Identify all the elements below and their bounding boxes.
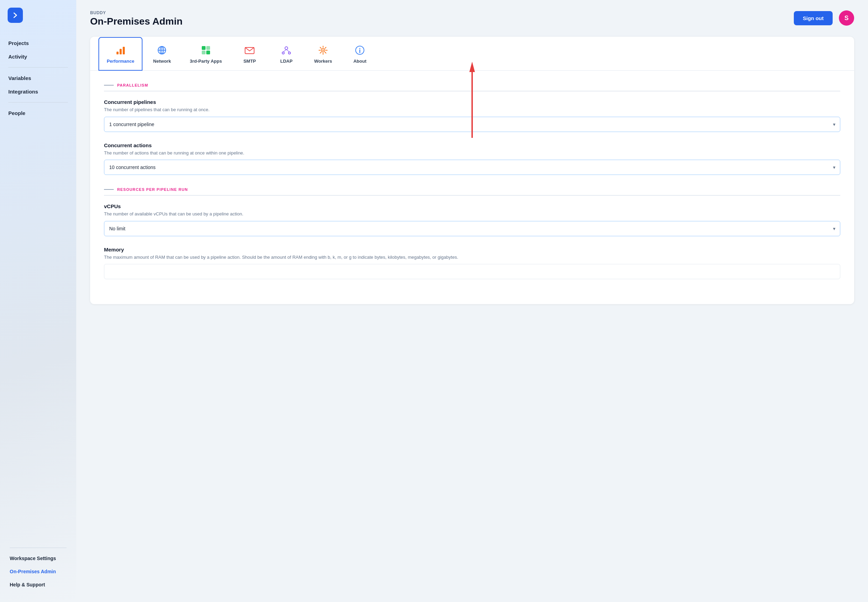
memory-field: Memory The maximum amount of RAM that ca… <box>104 247 840 280</box>
tab-ldap[interactable]: LDAP <box>269 37 304 71</box>
sidebar-item-help-support[interactable]: Help & Support <box>5 579 71 591</box>
sidebar-item-on-premises-admin[interactable]: On-Premises Admin <box>5 565 71 578</box>
tab-network-label: Network <box>153 58 171 64</box>
tab-smtp[interactable]: SMTP <box>232 37 267 71</box>
concurrent-actions-select-wrapper: 1 concurrent action 5 concurrent actions… <box>104 160 840 175</box>
main-content: BUDDY On-Premises Admin Sign out S Perfo… <box>76 0 868 602</box>
header-title-group: BUDDY On-Premises Admin <box>90 11 183 27</box>
resources-section: RESOURCES PER PIPELINE RUN vCPUs The num… <box>104 187 840 279</box>
tab-performance-label: Performance <box>107 58 134 64</box>
sidebar-bottom: Workspace Settings On-Premises Admin Hel… <box>0 540 76 602</box>
sidebar-divider-1 <box>8 67 68 68</box>
sidebar-item-integrations[interactable]: Integrations <box>3 85 73 98</box>
content-body: PARALLELISM Concurrent pipelines The num… <box>90 71 854 304</box>
svg-rect-8 <box>206 46 210 50</box>
ldap-icon <box>280 44 292 57</box>
svg-rect-2 <box>123 47 125 54</box>
memory-title: Memory <box>104 247 840 252</box>
vcpus-select-wrapper: No limit 1 2 4 8 16 ▾ <box>104 221 840 236</box>
tab-performance[interactable]: Performance <box>98 37 143 71</box>
sidebar-item-activity[interactable]: Activity <box>3 50 73 63</box>
app-logo[interactable] <box>8 8 23 23</box>
sidebar-divider-3 <box>10 548 66 548</box>
page-header: BUDDY On-Premises Admin Sign out S <box>90 11 854 27</box>
about-icon <box>354 44 366 57</box>
svg-rect-1 <box>120 49 122 54</box>
smtp-icon <box>243 44 256 57</box>
svg-line-15 <box>283 49 286 52</box>
tab-3rd-party-apps[interactable]: 3rd-Party Apps <box>181 37 230 71</box>
tab-about-label: About <box>353 58 366 64</box>
header-right: Sign out S <box>794 11 854 26</box>
svg-line-24 <box>325 52 326 53</box>
tab-workers[interactable]: Workers <box>306 37 340 71</box>
svg-rect-9 <box>202 51 206 54</box>
svg-line-26 <box>320 52 321 53</box>
concurrent-pipelines-field: Concurrent pipelines The number of pipel… <box>104 99 840 132</box>
tab-workers-label: Workers <box>314 58 332 64</box>
memory-desc: The maximum amount of RAM that can be us… <box>104 254 840 261</box>
performance-icon <box>114 44 127 57</box>
svg-point-28 <box>360 48 360 49</box>
3rd-party-apps-icon <box>200 44 212 57</box>
svg-rect-10 <box>206 51 210 54</box>
avatar: S <box>839 11 854 26</box>
tab-ldap-label: LDAP <box>280 58 292 64</box>
concurrent-pipelines-desc: The number of pipelines that can be runn… <box>104 106 840 113</box>
vcpus-title: vCPUs <box>104 203 840 209</box>
tab-about[interactable]: About <box>343 37 377 71</box>
svg-rect-7 <box>202 46 206 50</box>
sidebar: Projects Activity Variables Integrations… <box>0 0 76 602</box>
sidebar-item-variables[interactable]: Variables <box>3 72 73 84</box>
buddy-label: BUDDY <box>90 11 183 15</box>
page-title: On-Premises Admin <box>90 16 183 27</box>
tab-3rd-party-apps-label: 3rd-Party Apps <box>189 58 222 64</box>
content-card: Performance Network <box>90 37 854 304</box>
sidebar-item-projects[interactable]: Projects <box>3 37 73 49</box>
tab-smtp-label: SMTP <box>243 58 256 64</box>
svg-rect-0 <box>117 52 119 54</box>
network-icon <box>155 44 168 57</box>
concurrent-actions-select[interactable]: 1 concurrent action 5 concurrent actions… <box>104 160 840 175</box>
parallelism-section-label: PARALLELISM <box>104 83 840 91</box>
svg-line-23 <box>320 48 321 49</box>
sidebar-item-people[interactable]: People <box>3 107 73 120</box>
svg-point-12 <box>285 47 288 49</box>
svg-point-13 <box>282 52 284 54</box>
concurrent-pipelines-select-wrapper: 1 concurrent pipeline 2 concurrent pipel… <box>104 117 840 132</box>
svg-line-25 <box>325 48 326 49</box>
workers-icon <box>317 44 329 57</box>
resources-section-label: RESOURCES PER PIPELINE RUN <box>104 187 840 196</box>
sidebar-divider-2 <box>8 102 68 103</box>
vcpus-field: vCPUs The number of available vCPUs that… <box>104 203 840 236</box>
parallelism-section: PARALLELISM Concurrent pipelines The num… <box>104 83 840 175</box>
svg-point-18 <box>322 49 324 51</box>
concurrent-pipelines-title: Concurrent pipelines <box>104 99 840 105</box>
memory-input[interactable] <box>104 264 840 279</box>
tab-network[interactable]: Network <box>145 37 179 71</box>
tabs-bar: Performance Network <box>90 37 854 71</box>
vcpus-select[interactable]: No limit 1 2 4 8 16 <box>104 221 840 236</box>
concurrent-actions-field: Concurrent actions The number of actions… <box>104 142 840 175</box>
svg-line-16 <box>286 49 289 52</box>
concurrent-pipelines-select[interactable]: 1 concurrent pipeline 2 concurrent pipel… <box>104 117 840 132</box>
sidebar-nav: Projects Activity Variables Integrations… <box>0 37 76 540</box>
sidebar-item-workspace-settings[interactable]: Workspace Settings <box>5 552 71 565</box>
vcpus-desc: The number of available vCPUs that can b… <box>104 210 840 218</box>
concurrent-actions-title: Concurrent actions <box>104 142 840 148</box>
concurrent-actions-desc: The number of actions that can be runnin… <box>104 150 840 157</box>
svg-point-14 <box>288 52 291 54</box>
sign-out-button[interactable]: Sign out <box>794 11 833 25</box>
